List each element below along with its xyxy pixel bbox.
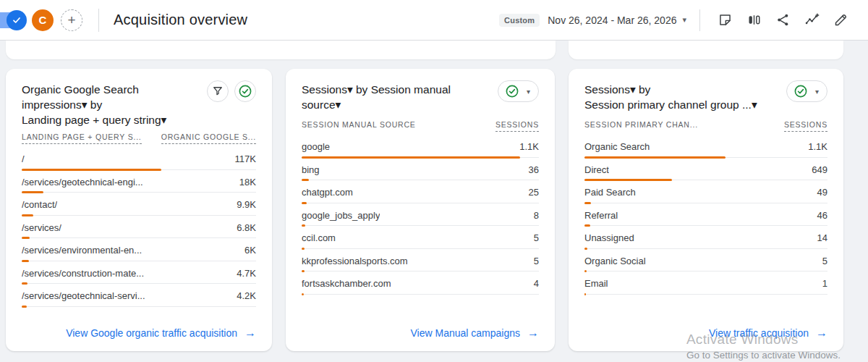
row-value-bar [302,179,309,181]
row-value: 4.7K [237,268,256,279]
row-label: Referral [584,210,618,221]
data-quality-menu[interactable]: ▾ [786,80,827,102]
chevron-down-icon: ▾ [527,88,530,96]
row-bar-track [22,306,256,308]
row-value: 9.9K [237,199,256,210]
row-value: 649 [812,164,827,175]
table-row: chatgpt.com25 [302,182,539,206]
row-bar-track [302,248,539,250]
date-preset-badge: Custom [499,14,540,27]
card-title-line2[interactable]: Session primary channel group ...▾ [584,97,757,112]
card-title-line2[interactable]: Landing page + query string▾ [22,112,201,127]
table-row: /117K [22,149,256,172]
row-value: 6K [244,245,256,256]
row-bar-track [22,237,256,239]
card-bottom-remnant [569,41,843,59]
divider [98,9,99,32]
card-title-line1[interactable]: Sessions▾ by [584,82,757,97]
table-row: Direct649 [584,160,827,183]
arrow-right-icon: → [816,327,827,339]
table-row: ccil.com5 [302,228,539,251]
row-label: /services/construction-mate... [22,268,144,279]
row-bar-track [22,214,256,216]
comparison-chip[interactable]: C [32,9,54,31]
row-value: 8 [534,210,539,221]
row-label: /services/ [22,222,61,233]
row-bar-track [302,293,539,295]
table-row: /services/6.8K [22,218,256,241]
card-title-dropdown[interactable]: Organic Google Search impressions▾ by La… [22,80,201,127]
table-row: Paid Search49 [584,182,827,206]
row-bar-track [22,169,256,171]
row-bar-track [584,270,827,272]
row-bar-track [302,179,539,181]
table-row: bing36 [302,160,539,183]
row-value: 117K [235,153,256,164]
row-bar-track [302,270,539,272]
share-icon[interactable] [774,12,791,29]
card-organic-search-impressions: Organic Google Search impressions▾ by La… [6,69,272,351]
card-title-line1[interactable]: Sessions▾ by Session manual source▾ [302,82,492,112]
table-row: google1.1K [302,137,539,160]
view-report-link[interactable]: View Manual campaigns→ [302,327,539,341]
table-row: Organic Social5 [584,251,827,274]
row-label: / [22,153,25,164]
table-body: Organic Search1.1KDirect649Paid Search49… [584,137,827,297]
insights-icon[interactable] [803,12,820,29]
table-body: google1.1Kbing36chatgpt.com25google_jobs… [302,137,539,297]
view-report-link[interactable]: View traffic acquisition→ [584,327,827,341]
arrow-right-icon: → [527,327,539,339]
row-value: 1.1K [808,141,827,152]
row-value: 5 [822,256,827,266]
comparison-toggle[interactable] [0,12,25,28]
row-label: Unassigned [584,232,634,243]
row-value: 4 [534,278,539,289]
row-label: /services/environmental-en... [22,245,142,256]
view-report-link[interactable]: View Google organic traffic acquisition→ [22,327,256,341]
row-bar-track [22,191,256,193]
divider [699,9,700,31]
column-header-metric: ORGANIC GOOGLE S... [161,132,256,144]
data-quality-menu[interactable]: ▾ [498,80,539,102]
row-label: google [302,141,330,152]
edit-icon[interactable] [832,12,849,29]
cards-row: Organic Google Search impressions▾ by La… [0,59,868,351]
row-value: 36 [529,164,539,175]
row-value-bar [22,260,29,262]
data-quality-checkmark-icon[interactable] [234,80,256,102]
row-bar-track [22,282,256,285]
table-row: Organic Search1.1K [584,137,827,160]
row-bar-track [302,224,539,227]
row-value-bar [584,156,726,159]
filter-icon[interactable] [207,80,229,102]
add-comparison-button[interactable]: + [61,9,82,31]
row-value-bar [22,214,33,216]
chevron-down-icon[interactable]: ▾ [682,15,686,25]
row-value-bar [302,270,305,272]
row-value-bar [302,156,520,159]
card-title-dropdown[interactable]: Sessions▾ by Session manual source▾ [302,80,492,112]
table-row: /services/environmental-en...6K [22,240,256,264]
column-header-dimension: SESSION MANUAL SOURCE [302,120,416,132]
row-value-bar [584,270,587,272]
row-value: 5 [534,232,539,243]
row-value-bar [22,191,43,193]
row-value-bar [22,237,30,239]
row-label: Direct [584,164,609,175]
comparison-icon[interactable] [745,12,762,29]
note-icon[interactable] [716,12,733,29]
row-value-bar [302,202,307,204]
row-bar-track [22,260,256,262]
card-title-dropdown[interactable]: Sessions▾ by Session primary channel gro… [584,80,757,112]
row-value: 5 [534,256,539,266]
row-value: 18K [239,177,256,188]
column-header-metric: SESSIONS [784,120,827,132]
row-value: 4.2K [237,290,256,301]
table-row: Email1 [584,274,827,297]
table-row: /services/geotechnical-engi...18K [22,172,256,195]
column-header-dimension: LANDING PAGE + QUERY S... [22,132,142,144]
row-value: 25 [529,187,539,198]
date-range-selector[interactable]: Nov 26, 2024 - Mar 26, 2026 [548,14,676,26]
row-bar-track [584,202,827,204]
card-title-line1[interactable]: Organic Google Search impressions▾ by [22,82,201,112]
